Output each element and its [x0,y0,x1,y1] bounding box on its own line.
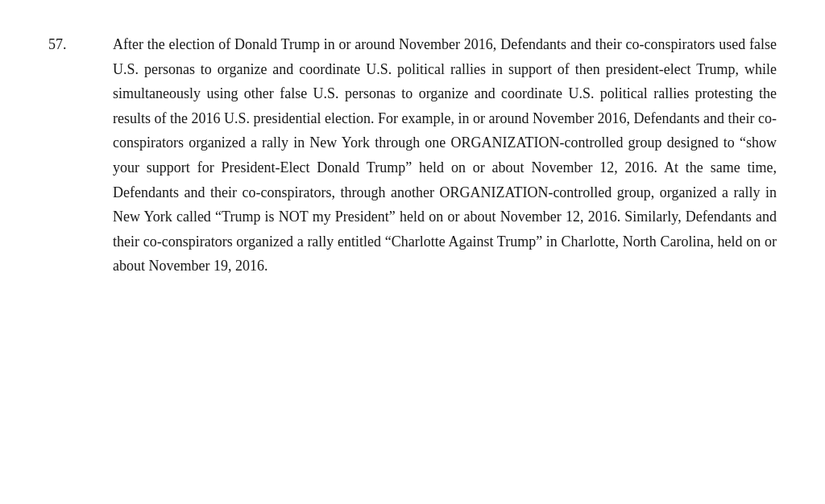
paragraph-number: 57. [48,32,113,279]
paragraph-57: 57. After the election of Donald Trump i… [48,32,777,279]
document-page: 57. After the election of Donald Trump i… [0,0,825,504]
paragraph-body: After the election of Donald Trump in or… [113,32,777,279]
